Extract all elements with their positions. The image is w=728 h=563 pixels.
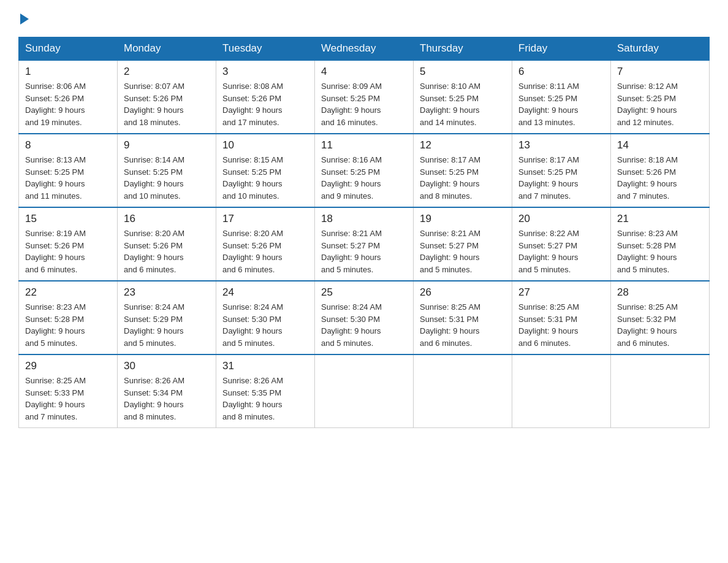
page-header bbox=[18, 12, 710, 25]
day-info: Sunrise: 8:20 AMSunset: 5:26 PMDaylight:… bbox=[222, 229, 283, 274]
day-number: 28 bbox=[617, 286, 703, 299]
calendar-day-cell: 21 Sunrise: 8:23 AMSunset: 5:28 PMDaylig… bbox=[611, 207, 710, 281]
day-info: Sunrise: 8:10 AMSunset: 5:25 PMDaylight:… bbox=[420, 82, 480, 127]
calendar-day-cell: 11 Sunrise: 8:16 AMSunset: 5:25 PMDaylig… bbox=[315, 134, 414, 207]
day-number: 6 bbox=[518, 66, 604, 78]
day-info: Sunrise: 8:25 AMSunset: 5:31 PMDaylight:… bbox=[420, 302, 480, 348]
day-number: 18 bbox=[321, 213, 407, 225]
day-info: Sunrise: 8:22 AMSunset: 5:27 PMDaylight:… bbox=[518, 229, 579, 274]
calendar-day-cell: 3 Sunrise: 8:08 AMSunset: 5:26 PMDayligh… bbox=[216, 60, 315, 134]
day-number: 27 bbox=[518, 286, 604, 299]
day-number: 20 bbox=[518, 213, 604, 225]
header-sunday: Sunday bbox=[19, 37, 118, 61]
day-number: 15 bbox=[25, 213, 111, 225]
calendar-day-cell: 19 Sunrise: 8:21 AMSunset: 5:27 PMDaylig… bbox=[414, 207, 512, 281]
calendar-day-cell: 27 Sunrise: 8:25 AMSunset: 5:31 PMDaylig… bbox=[512, 281, 611, 354]
calendar-day-cell: 24 Sunrise: 8:24 AMSunset: 5:30 PMDaylig… bbox=[216, 281, 315, 354]
day-number: 4 bbox=[321, 66, 407, 78]
day-info: Sunrise: 8:17 AMSunset: 5:25 PMDaylight:… bbox=[518, 155, 579, 201]
calendar-week-row: 15 Sunrise: 8:19 AMSunset: 5:26 PMDaylig… bbox=[19, 207, 710, 281]
day-info: Sunrise: 8:11 AMSunset: 5:25 PMDaylight:… bbox=[518, 82, 579, 127]
calendar-day-cell: 1 Sunrise: 8:06 AMSunset: 5:26 PMDayligh… bbox=[19, 60, 118, 134]
day-number: 1 bbox=[25, 66, 111, 78]
day-number: 30 bbox=[124, 360, 210, 372]
day-info: Sunrise: 8:07 AMSunset: 5:26 PMDaylight:… bbox=[124, 82, 184, 127]
header-saturday: Saturday bbox=[611, 37, 710, 61]
day-info: Sunrise: 8:06 AMSunset: 5:26 PMDaylight:… bbox=[25, 82, 86, 127]
day-number: 13 bbox=[518, 139, 604, 151]
day-number: 29 bbox=[25, 360, 111, 372]
day-info: Sunrise: 8:13 AMSunset: 5:25 PMDaylight:… bbox=[25, 155, 86, 201]
day-number: 23 bbox=[124, 286, 210, 299]
day-number: 9 bbox=[124, 139, 210, 151]
calendar-day-cell: 8 Sunrise: 8:13 AMSunset: 5:25 PMDayligh… bbox=[19, 134, 118, 207]
calendar-week-row: 8 Sunrise: 8:13 AMSunset: 5:25 PMDayligh… bbox=[19, 134, 710, 207]
day-info: Sunrise: 8:18 AMSunset: 5:26 PMDaylight:… bbox=[617, 155, 678, 201]
calendar-day-cell: 26 Sunrise: 8:25 AMSunset: 5:31 PMDaylig… bbox=[414, 281, 512, 354]
calendar-day-cell: 14 Sunrise: 8:18 AMSunset: 5:26 PMDaylig… bbox=[611, 134, 710, 207]
calendar-day-cell: 13 Sunrise: 8:17 AMSunset: 5:25 PMDaylig… bbox=[512, 134, 611, 207]
day-info: Sunrise: 8:09 AMSunset: 5:25 PMDaylight:… bbox=[321, 82, 382, 127]
header-wednesday: Wednesday bbox=[315, 37, 414, 61]
day-info: Sunrise: 8:20 AMSunset: 5:26 PMDaylight:… bbox=[124, 229, 184, 274]
day-number: 10 bbox=[222, 139, 308, 151]
day-info: Sunrise: 8:26 AMSunset: 5:34 PMDaylight:… bbox=[124, 376, 184, 421]
day-number: 2 bbox=[124, 66, 210, 78]
day-info: Sunrise: 8:14 AMSunset: 5:25 PMDaylight:… bbox=[124, 155, 184, 201]
day-info: Sunrise: 8:16 AMSunset: 5:25 PMDaylight:… bbox=[321, 155, 382, 201]
calendar-day-cell: 5 Sunrise: 8:10 AMSunset: 5:25 PMDayligh… bbox=[414, 60, 512, 134]
day-number: 7 bbox=[617, 66, 703, 78]
calendar-table: SundayMondayTuesdayWednesdayThursdayFrid… bbox=[18, 37, 710, 428]
day-info: Sunrise: 8:15 AMSunset: 5:25 PMDaylight:… bbox=[222, 155, 283, 201]
day-info: Sunrise: 8:24 AMSunset: 5:29 PMDaylight:… bbox=[124, 302, 184, 348]
day-number: 22 bbox=[25, 286, 111, 299]
calendar-day-cell: 20 Sunrise: 8:22 AMSunset: 5:27 PMDaylig… bbox=[512, 207, 611, 281]
calendar-day-cell: 15 Sunrise: 8:19 AMSunset: 5:26 PMDaylig… bbox=[19, 207, 118, 281]
header-thursday: Thursday bbox=[414, 37, 512, 61]
calendar-day-cell: 16 Sunrise: 8:20 AMSunset: 5:26 PMDaylig… bbox=[118, 207, 216, 281]
calendar-week-row: 1 Sunrise: 8:06 AMSunset: 5:26 PMDayligh… bbox=[19, 60, 710, 134]
calendar-day-cell: 9 Sunrise: 8:14 AMSunset: 5:25 PMDayligh… bbox=[118, 134, 216, 207]
day-number: 19 bbox=[420, 213, 506, 225]
calendar-day-cell: 17 Sunrise: 8:20 AMSunset: 5:26 PMDaylig… bbox=[216, 207, 315, 281]
day-number: 11 bbox=[321, 139, 407, 151]
calendar-day-cell: 12 Sunrise: 8:17 AMSunset: 5:25 PMDaylig… bbox=[414, 134, 512, 207]
calendar-day-cell bbox=[611, 354, 710, 428]
day-info: Sunrise: 8:12 AMSunset: 5:25 PMDaylight:… bbox=[617, 82, 678, 127]
calendar-day-cell: 7 Sunrise: 8:12 AMSunset: 5:25 PMDayligh… bbox=[611, 60, 710, 134]
day-number: 3 bbox=[222, 66, 308, 78]
logo-triangle-icon bbox=[20, 13, 29, 25]
day-number: 14 bbox=[617, 139, 703, 151]
day-number: 25 bbox=[321, 286, 407, 299]
calendar-day-cell bbox=[315, 354, 414, 428]
day-info: Sunrise: 8:23 AMSunset: 5:28 PMDaylight:… bbox=[617, 229, 678, 274]
logo bbox=[18, 12, 29, 25]
day-info: Sunrise: 8:24 AMSunset: 5:30 PMDaylight:… bbox=[321, 302, 382, 348]
day-info: Sunrise: 8:17 AMSunset: 5:25 PMDaylight:… bbox=[420, 155, 480, 201]
day-number: 21 bbox=[617, 213, 703, 225]
day-info: Sunrise: 8:08 AMSunset: 5:26 PMDaylight:… bbox=[222, 82, 283, 127]
day-number: 31 bbox=[222, 360, 308, 372]
calendar-day-cell bbox=[512, 354, 611, 428]
calendar-day-cell: 6 Sunrise: 8:11 AMSunset: 5:25 PMDayligh… bbox=[512, 60, 611, 134]
day-info: Sunrise: 8:25 AMSunset: 5:31 PMDaylight:… bbox=[518, 302, 579, 348]
day-number: 5 bbox=[420, 66, 506, 78]
calendar-day-cell: 18 Sunrise: 8:21 AMSunset: 5:27 PMDaylig… bbox=[315, 207, 414, 281]
day-info: Sunrise: 8:19 AMSunset: 5:26 PMDaylight:… bbox=[25, 229, 86, 274]
day-info: Sunrise: 8:25 AMSunset: 5:32 PMDaylight:… bbox=[617, 302, 678, 348]
day-info: Sunrise: 8:21 AMSunset: 5:27 PMDaylight:… bbox=[420, 229, 480, 274]
calendar-week-row: 29 Sunrise: 8:25 AMSunset: 5:33 PMDaylig… bbox=[19, 354, 710, 428]
calendar-day-cell bbox=[414, 354, 512, 428]
header-tuesday: Tuesday bbox=[216, 37, 315, 61]
calendar-header-row: SundayMondayTuesdayWednesdayThursdayFrid… bbox=[19, 37, 710, 61]
logo-blue-text bbox=[18, 12, 29, 25]
calendar-day-cell: 29 Sunrise: 8:25 AMSunset: 5:33 PMDaylig… bbox=[19, 354, 118, 428]
calendar-day-cell: 28 Sunrise: 8:25 AMSunset: 5:32 PMDaylig… bbox=[611, 281, 710, 354]
day-number: 12 bbox=[420, 139, 506, 151]
calendar-day-cell: 23 Sunrise: 8:24 AMSunset: 5:29 PMDaylig… bbox=[118, 281, 216, 354]
day-info: Sunrise: 8:25 AMSunset: 5:33 PMDaylight:… bbox=[25, 376, 86, 421]
calendar-day-cell: 4 Sunrise: 8:09 AMSunset: 5:25 PMDayligh… bbox=[315, 60, 414, 134]
header-friday: Friday bbox=[512, 37, 611, 61]
day-info: Sunrise: 8:26 AMSunset: 5:35 PMDaylight:… bbox=[222, 376, 283, 421]
day-number: 16 bbox=[124, 213, 210, 225]
